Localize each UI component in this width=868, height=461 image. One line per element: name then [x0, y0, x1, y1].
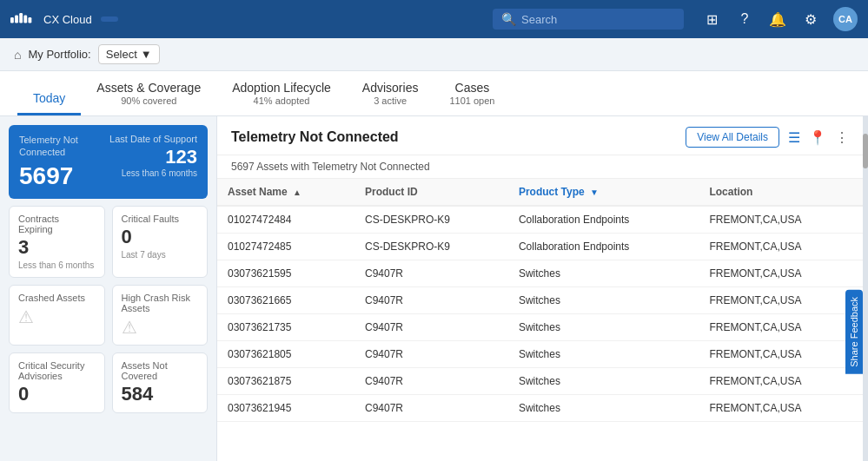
cell-asset_name: 03073621665 — [217, 287, 354, 314]
list-view-icon[interactable]: ☰ — [788, 129, 800, 146]
portfolio-select-label: Select — [106, 48, 137, 61]
contracts-expiring-value: 3 — [18, 236, 96, 259]
view-all-button[interactable]: View All Details — [686, 127, 779, 148]
cell-product_type: Switches — [508, 314, 699, 341]
table-header-row: Asset Name ▲ Product ID Product Type ▼ L… — [217, 179, 863, 206]
cell-product_id: CS-DESKPRO-K9 — [354, 206, 508, 234]
avatar[interactable]: CA — [833, 7, 858, 31]
apps-grid-icon[interactable]: ⊞ — [701, 9, 722, 30]
settings-icon[interactable]: ⚙ — [800, 9, 821, 30]
data-table[interactable]: Asset Name ▲ Product ID Product Type ▼ L… — [217, 179, 863, 461]
feedback-bar[interactable]: Share Feedback — [845, 290, 863, 374]
cell-product_type: Switches — [508, 395, 699, 422]
stats-row-2: Crashed Assets ⚠ High Crash Risk Assets … — [9, 285, 208, 346]
critical-faults-card[interactable]: Critical Faults 0 Last 7 days — [112, 206, 209, 278]
crashed-assets-card[interactable]: Crashed Assets ⚠ — [9, 285, 105, 346]
notifications-icon[interactable]: 🔔 — [767, 9, 788, 30]
cell-product_id: C9407R — [354, 260, 508, 287]
high-crash-risk-card[interactable]: High Crash Risk Assets ⚠ — [112, 285, 209, 346]
cell-asset_name: 03073621805 — [217, 341, 354, 368]
col-asset-name[interactable]: Asset Name ▲ — [217, 179, 354, 206]
critical-faults-sub: Last 7 days — [122, 250, 199, 260]
tab-cases[interactable]: Cases 1101 open — [434, 81, 510, 115]
stats-row-3: Critical Security Advisories 0 Assets No… — [9, 352, 208, 413]
cisco-logo-icon — [10, 10, 38, 28]
svg-rect-1 — [15, 16, 18, 23]
telemetry-right-count: 123 — [109, 146, 197, 168]
assets-count-row: 5697 Assets with Telemetry Not Connected — [217, 155, 863, 179]
telemetry-right-label: Last Date of Support — [109, 134, 197, 144]
table-row[interactable]: 03073621875C9407RSwitchesFREMONT,CA,USA — [217, 368, 863, 395]
cell-product_type: Switches — [508, 287, 699, 314]
tab-cases-subtitle: 1101 open — [449, 95, 494, 106]
cell-location: FREMONT,CA,USA — [699, 260, 863, 287]
scrollbar-thumb[interactable] — [863, 134, 868, 168]
cell-location: FREMONT,CA,USA — [699, 341, 863, 368]
cell-product_id: C9407R — [354, 287, 508, 314]
table-body: 01027472484CS-DESKPRO-K9Collaboration En… — [217, 206, 863, 422]
critical-faults-title: Critical Faults — [122, 214, 199, 224]
table-row[interactable]: 03073621735C9407RSwitchesFREMONT,CA,USA — [217, 314, 863, 341]
tab-assets-title: Assets & Coverage — [96, 81, 201, 95]
telemetry-right-sub: Less than 6 months — [109, 168, 197, 178]
home-icon[interactable]: ⌂ — [14, 48, 21, 62]
scrollbar[interactable] — [863, 116, 868, 461]
nav-app-button[interactable] — [101, 16, 118, 22]
cell-product_type: Collaboration Endpoints — [508, 234, 699, 260]
main-content: Telemetry Not Connected 5697 Last Date o… — [0, 116, 868, 461]
svg-rect-3 — [23, 16, 27, 23]
col-location[interactable]: Location — [699, 179, 863, 206]
svg-rect-2 — [19, 13, 23, 23]
table-row[interactable]: 01027472485CS-DESKPRO-K9Collaboration En… — [217, 234, 863, 260]
more-options-icon[interactable]: ⋮ — [835, 129, 849, 146]
panel-header: Telemetry Not Connected View All Details… — [217, 116, 863, 155]
svg-rect-0 — [10, 17, 14, 23]
cell-asset_name: 01027472484 — [217, 206, 354, 234]
table-row[interactable]: 03073621945C9407RSwitchesFREMONT,CA,USA — [217, 395, 863, 422]
cell-asset_name: 03073621735 — [217, 314, 354, 341]
cell-asset_name: 03073621595 — [217, 260, 354, 287]
table-row[interactable]: 01027472484CS-DESKPRO-K9Collaboration En… — [217, 206, 863, 234]
cell-location: FREMONT,CA,USA — [699, 206, 863, 234]
cell-asset_name: 01027472485 — [217, 234, 354, 260]
search-bar[interactable]: 🔍 — [493, 9, 684, 30]
tab-today[interactable]: Today — [17, 91, 81, 115]
cisco-logo: CX Cloud — [10, 10, 92, 28]
nav-icons: ⊞ ? 🔔 ⚙ CA — [701, 7, 858, 31]
portfolio-label: My Portfolio: — [28, 48, 90, 61]
contracts-expiring-title: Contracts Expiring — [18, 214, 96, 234]
assets-not-covered-card[interactable]: Assets Not Covered 584 — [112, 352, 209, 413]
high-crash-risk-title: High Crash Risk Assets — [122, 293, 199, 313]
cell-location: FREMONT,CA,USA — [699, 395, 863, 422]
tab-adoption[interactable]: Adoption Lifecycle 41% adopted — [216, 81, 347, 115]
table-row[interactable]: 03073621805C9407RSwitchesFREMONT,CA,USA — [217, 341, 863, 368]
contracts-expiring-card[interactable]: Contracts Expiring 3 Less than 6 months — [9, 206, 105, 278]
search-input[interactable] — [521, 13, 675, 26]
col-asset-name-label: Asset Name — [228, 186, 288, 198]
portfolio-bar: ⌂ My Portfolio: Select ▼ — [0, 38, 868, 71]
help-icon[interactable]: ? — [734, 9, 755, 30]
table-row[interactable]: 03073621665C9407RSwitchesFREMONT,CA,USA — [217, 287, 863, 314]
cell-location: FREMONT,CA,USA — [699, 368, 863, 395]
assets-not-covered-title: Assets Not Covered — [122, 360, 199, 381]
search-icon: 🔍 — [501, 12, 516, 26]
col-product-type[interactable]: Product Type ▼ — [508, 179, 699, 206]
assets-count-text: 5697 Assets with Telemetry Not Connected — [231, 161, 430, 173]
stats-row-1: Contracts Expiring 3 Less than 6 months … — [9, 206, 208, 278]
telemetry-card[interactable]: Telemetry Not Connected 5697 Last Date o… — [9, 125, 208, 199]
col-product-type-label: Product Type — [519, 186, 585, 198]
cell-product_type: Switches — [508, 260, 699, 287]
location-icon[interactable]: 📍 — [809, 129, 826, 146]
col-product-id[interactable]: Product ID — [354, 179, 508, 206]
table-row[interactable]: 03073621595C9407RSwitchesFREMONT,CA,USA — [217, 260, 863, 287]
tabs-bar: Today Assets & Coverage 90% covered Adop… — [0, 71, 868, 116]
top-navigation: CX Cloud 🔍 ⊞ ? 🔔 ⚙ CA — [0, 0, 868, 38]
col-location-label: Location — [709, 186, 752, 198]
cx-cloud-label: CX Cloud — [43, 13, 92, 26]
portfolio-select[interactable]: Select ▼ — [98, 44, 160, 64]
critical-security-card[interactable]: Critical Security Advisories 0 — [9, 352, 105, 413]
tab-advisories[interactable]: Advisories 3 active — [347, 81, 434, 115]
left-panel: Telemetry Not Connected 5697 Last Date o… — [0, 116, 217, 461]
telemetry-count: 5697 — [19, 162, 101, 190]
tab-assets[interactable]: Assets & Coverage 90% covered — [81, 81, 216, 115]
